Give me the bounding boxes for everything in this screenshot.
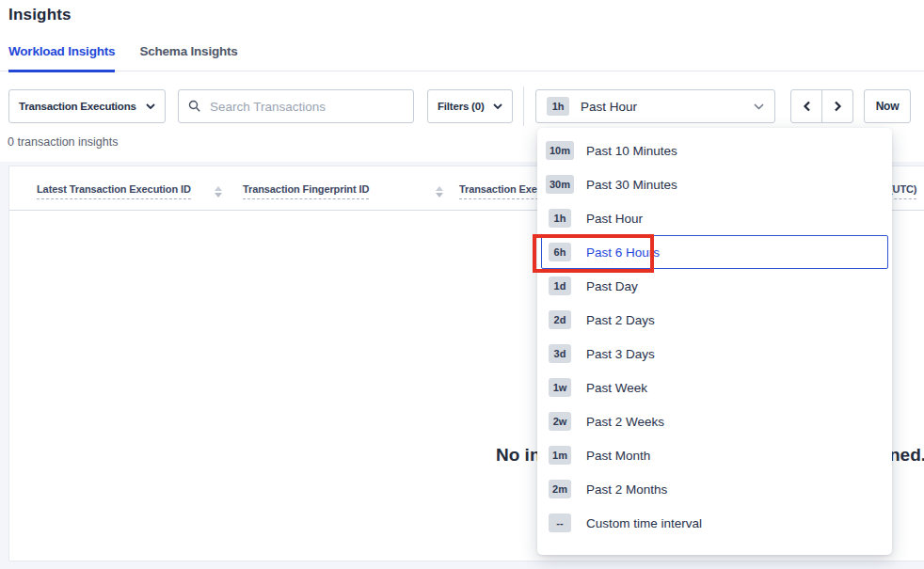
chevron-right-icon — [834, 101, 842, 112]
tab-label: Workload Insights — [8, 44, 115, 58]
time-option-2d[interactable]: 2d Past 2 Days — [541, 303, 888, 337]
column-transaction-fingerprint-id[interactable]: Transaction Fingerprint ID — [243, 183, 369, 199]
toolbar-divider — [523, 87, 524, 126]
execution-type-label: Transaction Executions — [19, 101, 136, 112]
tab-workload-insights[interactable]: Workload Insights — [8, 44, 115, 71]
time-option-badge: 1h — [545, 209, 575, 228]
time-option-label: Past 2 Months — [586, 482, 667, 497]
now-button[interactable]: Now — [864, 89, 911, 123]
time-option-label: Past 30 Minutes — [586, 178, 677, 192]
time-option-badge: 6h — [545, 243, 575, 261]
time-option-custom[interactable]: -- Custom time interval — [541, 506, 888, 540]
insights-page: Insights Workload Insights Schema Insigh… — [0, 0, 924, 569]
time-option-label: Past 2 Days — [586, 313, 655, 327]
time-option-label: Past 6 Hours — [586, 245, 660, 260]
time-nav-group — [790, 89, 853, 123]
time-option-label: Past Month — [586, 449, 650, 463]
time-picker-label: Past Hour — [581, 100, 637, 114]
time-dropdown-list: 10m Past 10 Minutes 30m Past 30 Minutes … — [537, 134, 892, 540]
sort-arrows-icon[interactable] — [436, 186, 443, 198]
time-option-badge: 3d — [545, 344, 575, 363]
search-icon — [188, 100, 201, 113]
time-option-label: Past 2 Weeks — [586, 415, 664, 429]
empty-state-text-fragment-right: ned. — [889, 445, 924, 466]
time-option-2w[interactable]: 2w Past 2 Weeks — [541, 404, 888, 438]
time-interval-picker[interactable]: 1h Past Hour — [535, 89, 775, 123]
time-option-label: Past Day — [586, 279, 638, 293]
chevron-left-icon — [803, 101, 811, 112]
empty-state-text-fragment-left: No in — [496, 445, 541, 466]
time-option-badge: -- — [545, 514, 575, 532]
filters-button[interactable]: Filters (0) — [427, 89, 513, 123]
time-option-label: Past Week — [586, 381, 647, 395]
time-option-1m[interactable]: 1m Past Month — [541, 438, 888, 472]
time-option-3d[interactable]: 3d Past 3 Days — [541, 337, 888, 371]
toolbar: Transaction Executions Filters (0) 1h Pa… — [8, 89, 911, 123]
tab-schema-insights[interactable]: Schema Insights — [139, 44, 237, 71]
time-option-1w[interactable]: 1w Past Week — [541, 371, 888, 404]
column-latest-transaction-execution-id[interactable]: Latest Transaction Execution ID — [37, 183, 191, 199]
time-option-badge: 1m — [545, 446, 575, 465]
time-option-badge: 2d — [545, 310, 575, 329]
sort-arrows-icon[interactable] — [215, 186, 222, 198]
tab-bar: Workload Insights Schema Insights — [0, 44, 924, 71]
column-start-time-utc[interactable]: (UTC) — [889, 183, 916, 199]
insights-count: 0 transaction insights — [8, 135, 118, 149]
time-option-label: Past 3 Days — [586, 347, 655, 361]
time-option-2m[interactable]: 2m Past 2 Months — [541, 472, 888, 506]
time-badge: 1h — [547, 97, 569, 116]
time-option-badge: 2w — [545, 412, 575, 431]
tab-label: Schema Insights — [139, 44, 237, 58]
execution-type-select[interactable]: Transaction Executions — [8, 89, 166, 123]
time-option-10m[interactable]: 10m Past 10 Minutes — [541, 134, 888, 167]
now-label: Now — [876, 100, 900, 113]
time-option-badge: 2m — [545, 480, 575, 498]
time-option-badge: 10m — [545, 141, 575, 160]
chevron-down-icon — [754, 103, 764, 110]
chevron-down-icon — [493, 103, 502, 109]
search-input[interactable] — [210, 100, 404, 114]
time-option-label: Past 10 Minutes — [586, 144, 677, 158]
time-option-badge: 1d — [545, 277, 575, 295]
time-option-label: Past Hour — [586, 212, 643, 226]
search-box[interactable] — [178, 89, 414, 123]
time-option-label: Custom time interval — [586, 516, 702, 530]
time-option-1d[interactable]: 1d Past Day — [541, 269, 888, 303]
time-option-badge: 1w — [545, 378, 575, 397]
time-option-badge: 30m — [545, 175, 575, 194]
filters-label: Filters (0) — [438, 101, 485, 112]
time-option-30m[interactable]: 30m Past 30 Minutes — [541, 167, 888, 201]
time-option-6h[interactable]: 6h Past 6 Hours — [541, 235, 888, 269]
time-interval-dropdown: 10m Past 10 Minutes 30m Past 30 Minutes … — [537, 128, 892, 555]
page-title: Insights — [8, 6, 72, 24]
chevron-down-icon — [146, 103, 155, 109]
next-interval-button[interactable] — [821, 89, 853, 123]
time-option-1h[interactable]: 1h Past Hour — [541, 201, 888, 235]
previous-interval-button[interactable] — [790, 89, 822, 123]
